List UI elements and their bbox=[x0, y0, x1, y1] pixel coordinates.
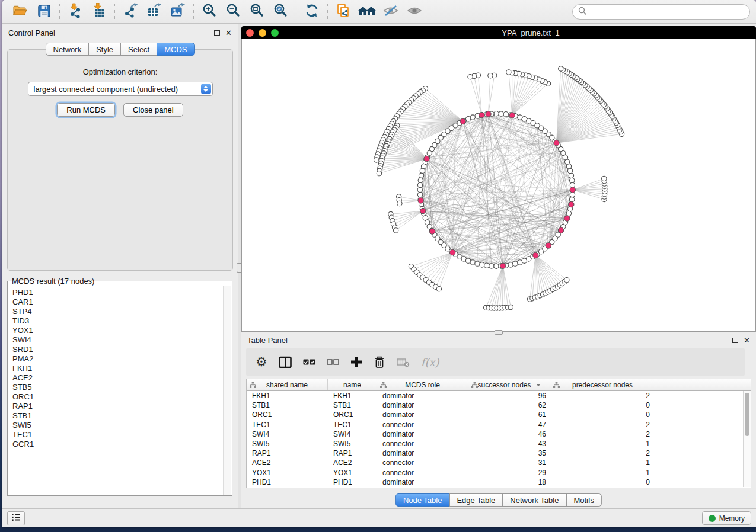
import-network-button[interactable] bbox=[63, 2, 87, 22]
export-image-button[interactable] bbox=[166, 2, 190, 22]
network-hub-node[interactable] bbox=[533, 252, 538, 258]
table-row[interactable]: TEC1TEC1connector472 bbox=[247, 420, 743, 430]
zoom-in-button[interactable] bbox=[197, 2, 221, 22]
network-node[interactable] bbox=[513, 261, 518, 266]
mcds-result-item[interactable]: SWI4 bbox=[12, 335, 219, 345]
network-window-titlebar[interactable]: YPA_prune.txt_1 bbox=[241, 26, 756, 39]
mcds-result-item[interactable]: TEC1 bbox=[12, 430, 219, 440]
table-row[interactable]: YOX1YOX1connector291 bbox=[247, 468, 743, 477]
close-panel-button[interactable]: Close panel bbox=[123, 103, 183, 117]
table-row[interactable]: FKH1FKH1dominator962 bbox=[247, 391, 743, 400]
show-all-button[interactable] bbox=[403, 2, 426, 22]
network-leaf-node[interactable] bbox=[564, 277, 569, 282]
mcds-result-item[interactable]: ORC1 bbox=[12, 392, 219, 402]
network-node[interactable] bbox=[480, 262, 484, 267]
network-node[interactable] bbox=[421, 164, 426, 168]
mcds-result-item[interactable]: RAP1 bbox=[12, 402, 219, 411]
network-node[interactable] bbox=[503, 112, 508, 117]
mcds-result-item[interactable]: YOX1 bbox=[12, 326, 219, 335]
select-all-rows-icon[interactable] bbox=[303, 358, 315, 366]
network-node[interactable] bbox=[494, 111, 499, 116]
network-hub-node[interactable] bbox=[570, 187, 575, 193]
table-settings-gear-icon[interactable]: ⚙ bbox=[256, 355, 267, 368]
network-hub-node[interactable] bbox=[418, 198, 423, 203]
network-node[interactable] bbox=[417, 182, 422, 187]
tab-mcds[interactable]: MCDS bbox=[157, 43, 194, 56]
mcds-result-item[interactable]: STP4 bbox=[12, 307, 219, 316]
network-hub-node[interactable] bbox=[486, 111, 491, 117]
network-node[interactable] bbox=[419, 173, 423, 178]
network-hub-node[interactable] bbox=[424, 156, 429, 161]
network-node[interactable] bbox=[567, 168, 572, 173]
close-panel-icon[interactable]: ✕ bbox=[225, 29, 232, 37]
mcds-result-item[interactable]: STB5 bbox=[12, 383, 219, 392]
network-hub-node[interactable] bbox=[420, 208, 426, 213]
save-session-button[interactable] bbox=[32, 2, 56, 22]
network-node[interactable] bbox=[420, 168, 425, 173]
network-node[interactable] bbox=[499, 111, 503, 116]
float-panel-icon[interactable] bbox=[214, 30, 220, 36]
network-leaf-node[interactable] bbox=[559, 66, 563, 71]
network-canvas[interactable] bbox=[241, 39, 756, 332]
table-row[interactable]: STB1STB1dominator620 bbox=[247, 400, 743, 410]
zoom-fit-button[interactable] bbox=[245, 2, 269, 22]
tab-network[interactable]: Network bbox=[45, 43, 89, 56]
mcds-result-item[interactable]: GCR1 bbox=[12, 440, 219, 449]
search-box[interactable] bbox=[572, 4, 750, 20]
refresh-layout-button[interactable] bbox=[300, 2, 324, 22]
network-node[interactable] bbox=[484, 263, 489, 268]
mcds-result-item[interactable]: SWI5 bbox=[12, 421, 219, 430]
search-input[interactable] bbox=[591, 7, 744, 16]
select-stepper-icon[interactable] bbox=[201, 84, 211, 94]
network-leaf-node[interactable] bbox=[506, 70, 511, 75]
column-header-mcds-role[interactable]: MCDS role bbox=[377, 379, 468, 390]
column-header-name[interactable]: name bbox=[328, 379, 377, 390]
table-row[interactable]: RAP1RAP1dominator352 bbox=[247, 448, 743, 458]
table-scrollbar-thumb[interactable] bbox=[745, 393, 749, 436]
task-history-button[interactable] bbox=[7, 511, 25, 525]
mcds-result-item[interactable]: FKH1 bbox=[12, 364, 219, 373]
float-table-panel-icon[interactable] bbox=[732, 338, 738, 343]
network-hub-node[interactable] bbox=[554, 140, 559, 146]
tab-network-table[interactable]: Network Table bbox=[502, 493, 566, 507]
tab-node-table[interactable]: Node Table bbox=[395, 493, 450, 507]
network-hub-node[interactable] bbox=[429, 229, 435, 234]
network-node[interactable] bbox=[417, 187, 422, 192]
table-row[interactable]: ACE2ACE2connector311 bbox=[247, 458, 743, 467]
horizontal-splitter-grab[interactable] bbox=[495, 330, 503, 335]
network-node[interactable] bbox=[494, 264, 499, 268]
tab-select[interactable]: Select bbox=[120, 43, 157, 56]
column-visibility-icon[interactable] bbox=[279, 356, 292, 368]
network-node[interactable] bbox=[417, 192, 422, 197]
sort-descending-icon[interactable] bbox=[536, 384, 541, 386]
network-leaf-node[interactable] bbox=[374, 158, 378, 162]
deselect-all-rows-icon[interactable] bbox=[327, 358, 339, 366]
create-column-plus-icon[interactable] bbox=[350, 356, 362, 368]
network-leaf-node[interactable] bbox=[602, 176, 607, 181]
network-leaf-node[interactable] bbox=[488, 73, 493, 78]
network-node[interactable] bbox=[475, 261, 480, 266]
network-hub-node[interactable] bbox=[449, 249, 455, 255]
network-node[interactable] bbox=[489, 264, 494, 268]
network-hub-node[interactable] bbox=[569, 201, 574, 207]
network-node[interactable] bbox=[570, 178, 575, 182]
table-row[interactable]: ORC1ORC1dominator610 bbox=[247, 410, 743, 419]
network-node[interactable] bbox=[470, 260, 475, 265]
network-leaf-node[interactable] bbox=[436, 287, 441, 291]
tab-style[interactable]: Style bbox=[88, 43, 121, 56]
clone-network-button[interactable] bbox=[331, 2, 355, 22]
delete-column-trash-icon[interactable] bbox=[374, 355, 385, 368]
mcds-result-scrollbar[interactable] bbox=[223, 286, 231, 495]
memory-button[interactable]: Memory bbox=[702, 511, 751, 525]
column-header-predecessor-nodes[interactable]: predecessor nodes bbox=[550, 379, 655, 390]
zoom-selected-button[interactable] bbox=[269, 2, 292, 22]
network-leaf-node[interactable] bbox=[508, 305, 513, 309]
export-table-button[interactable] bbox=[142, 2, 166, 22]
table-row[interactable]: SWI4SWI4dominator462 bbox=[247, 430, 743, 439]
export-network-button[interactable] bbox=[119, 2, 142, 22]
table-row[interactable]: PHD1PHD1dominator180 bbox=[247, 477, 743, 487]
network-hub-node[interactable] bbox=[479, 112, 484, 117]
table-row[interactable]: SWI5SWI5connector431 bbox=[247, 439, 743, 448]
network-leaf-node[interactable] bbox=[393, 228, 398, 233]
network-node[interactable] bbox=[518, 115, 522, 120]
